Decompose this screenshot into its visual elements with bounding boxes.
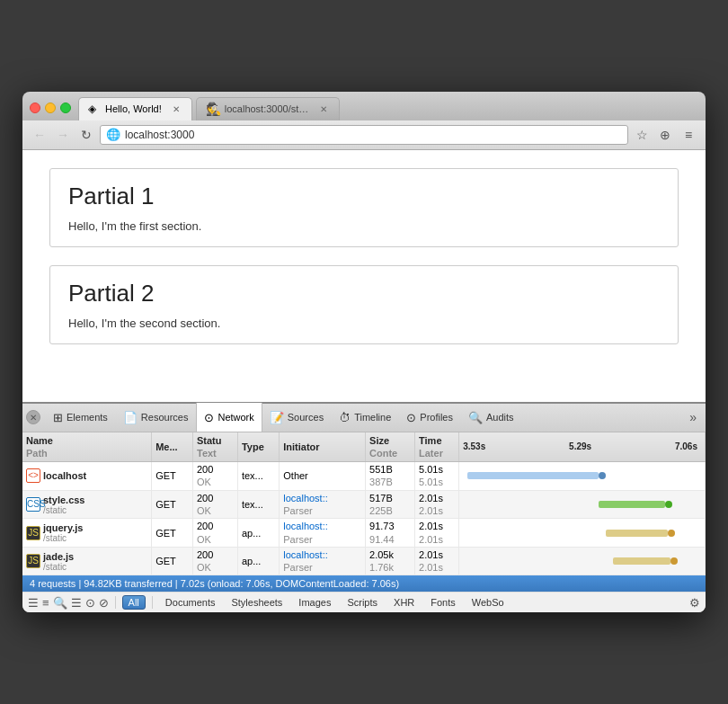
- title-bar: ◈ Hello, World! ✕ 🕵 localhost:3000/stati…: [22, 92, 706, 120]
- page-content: Partial 1 Hello, I'm the first section. …: [22, 150, 706, 402]
- name-cell-localhost: <> localhost: [22, 462, 152, 491]
- initiator-link-jquery[interactable]: localhost::: [283, 521, 328, 531]
- col-header-method[interactable]: Me...: [152, 432, 193, 462]
- address-bar[interactable]: 🌐 localhost:3000: [100, 125, 628, 145]
- devtools-tab-profiles[interactable]: ⊙ Profiles: [399, 403, 461, 432]
- devtools-more-button[interactable]: »: [684, 410, 702, 424]
- filter-images-button[interactable]: Images: [292, 595, 337, 610]
- devtools-tab-audits[interactable]: 🔍 Audits: [461, 403, 522, 432]
- devtools-tab-network[interactable]: ⊙ Network: [196, 403, 262, 432]
- name-cell-style: CSS style.css /static: [22, 490, 152, 519]
- col-header-status[interactable]: StatuText: [192, 432, 237, 462]
- filter-xhr-button[interactable]: XHR: [387, 595, 421, 610]
- devtools-tab-sources[interactable]: 📝 Sources: [262, 403, 332, 432]
- method-style: GET: [152, 490, 193, 519]
- window-controls: [30, 102, 71, 120]
- browser-window: ◈ Hello, World! ✕ 🕵 localhost:3000/stati…: [22, 92, 706, 613]
- filter-websockets-button[interactable]: WebSo: [466, 595, 510, 610]
- col-header-timeline[interactable]: 3.53s 5.29s 7.06s: [459, 432, 706, 462]
- partial-2-text: Hello, I'm the second section.: [68, 316, 660, 330]
- partial-1-title: Partial 1: [68, 183, 660, 210]
- col-header-size[interactable]: SizeConte: [366, 432, 415, 462]
- timeline-jquery: [459, 519, 706, 548]
- initiator-jquery: localhost::Parser: [280, 519, 366, 548]
- maximize-dot[interactable]: [60, 102, 71, 113]
- devtools-status-bar: 4 requests | 94.82KB transferred | 7.02s…: [22, 575, 706, 592]
- profiles-label: Profiles: [420, 412, 453, 423]
- zoom-button[interactable]: ⊕: [655, 125, 675, 145]
- tabs-row: ◈ Hello, World! ✕ 🕵 localhost:3000/stati…: [78, 97, 698, 120]
- filter-icon-2[interactable]: ≡: [42, 596, 49, 610]
- table-row[interactable]: JS jade.js /static GET 200OK ap...: [22, 547, 706, 575]
- tab-hello-world[interactable]: ◈ Hello, World! ✕: [78, 97, 192, 120]
- minimize-dot[interactable]: [45, 102, 56, 113]
- menu-button[interactable]: ≡: [679, 125, 698, 145]
- address-text: localhost:3000: [125, 129, 194, 141]
- type-localhost: tex...: [237, 462, 279, 491]
- partial-1-text: Hello, I'm the first section.: [68, 219, 660, 233]
- filter-fonts-button[interactable]: Fonts: [424, 595, 462, 610]
- tab-close-1[interactable]: ✕: [170, 102, 182, 115]
- filter-icon-3[interactable]: ☰: [71, 596, 82, 610]
- method-localhost: GET: [152, 462, 193, 491]
- time-style: 2.01s2.01s: [415, 490, 459, 519]
- reload-button[interactable]: ↻: [76, 125, 96, 145]
- table-row[interactable]: JS jquery.js /static GET 200OK ap...: [22, 519, 706, 548]
- table-row[interactable]: <> localhost GET 200OK tex... Other: [22, 462, 706, 491]
- file-icon-js-jquery: JS: [26, 526, 40, 540]
- partial-1-box: Partial 1 Hello, I'm the first section.: [49, 168, 679, 247]
- network-table-container[interactable]: NamePath Me... StatuText Type Initiator …: [22, 432, 706, 576]
- settings-icon[interactable]: ⚙: [689, 596, 700, 610]
- initiator-style: localhost::Parser: [280, 490, 366, 519]
- tab-label-2: localhost:3000/static/jquery: [225, 103, 309, 114]
- size-jquery: 91.7391.44: [366, 519, 415, 548]
- initiator-link-jade[interactable]: localhost::: [283, 549, 328, 560]
- file-icon-html: <>: [26, 468, 40, 483]
- method-jade: GET: [152, 547, 193, 575]
- network-label: Network: [218, 412, 253, 423]
- devtools-close-button[interactable]: ✕: [26, 410, 40, 424]
- initiator-link-style[interactable]: localhost::: [283, 493, 328, 503]
- close-dot[interactable]: [30, 102, 40, 113]
- tab-close-2[interactable]: ✕: [317, 102, 330, 115]
- back-button[interactable]: ←: [30, 125, 49, 145]
- profiles-icon: ⊙: [406, 411, 416, 424]
- audits-label: Audits: [486, 412, 514, 423]
- filter-stylesheets-button[interactable]: Stylesheets: [225, 595, 289, 610]
- filter-icon-1[interactable]: ☰: [28, 596, 39, 610]
- nav-bar: ← → ↻ 🌐 localhost:3000 ☆ ⊕ ≡: [22, 120, 706, 150]
- devtools-toolbar: ✕ ⊞ Elements 📄 Resources ⊙ Network 📝 Sou…: [22, 404, 706, 432]
- time-localhost: 5.01s5.01s: [415, 462, 459, 491]
- filter-icon-search[interactable]: 🔍: [53, 596, 67, 610]
- initiator-localhost: Other: [280, 462, 366, 491]
- type-jquery: ap...: [237, 519, 279, 548]
- filter-icon-record[interactable]: ⊙: [85, 596, 95, 610]
- filter-scripts-button[interactable]: Scripts: [341, 595, 384, 610]
- table-row[interactable]: CSS style.css /static GET 200OK tex...: [22, 490, 706, 519]
- tab-icon-1: ◈: [88, 102, 101, 115]
- type-style: tex...: [237, 490, 279, 519]
- timeline-icon: ⏱: [339, 411, 351, 424]
- col-header-initiator[interactable]: Initiator: [280, 432, 366, 462]
- status-text: 4 requests | 94.82KB transferred | 7.02s…: [30, 578, 399, 589]
- bookmark-button[interactable]: ☆: [632, 125, 652, 145]
- col-header-type[interactable]: Type: [237, 432, 279, 462]
- status-style: 200OK: [192, 490, 237, 519]
- file-icon-css: CSS: [26, 497, 40, 512]
- filter-separator-2: [152, 596, 153, 609]
- status-jade: 200OK: [192, 547, 237, 575]
- devtools-tab-timeline[interactable]: ⏱ Timeline: [332, 403, 399, 432]
- forward-button[interactable]: →: [53, 125, 73, 145]
- path-jade: /static: [43, 562, 74, 572]
- devtools-tab-elements[interactable]: ⊞ Elements: [46, 403, 116, 432]
- filter-documents-button[interactable]: Documents: [159, 595, 222, 610]
- timeline-tick-2: 5.29s: [569, 441, 591, 451]
- col-header-time[interactable]: TimeLater: [415, 432, 459, 462]
- filter-all-button[interactable]: All: [122, 595, 146, 610]
- devtools-panel: ✕ ⊞ Elements 📄 Resources ⊙ Network 📝 Sou…: [22, 402, 706, 613]
- col-header-name[interactable]: NamePath: [22, 432, 152, 462]
- filter-icon-clear[interactable]: ⊘: [99, 596, 109, 610]
- tab-localhost-jquery[interactable]: 🕵 localhost:3000/static/jquery ✕: [196, 97, 340, 120]
- timeline-label: Timeline: [354, 412, 391, 423]
- devtools-tab-resources[interactable]: 📄 Resources: [116, 403, 197, 432]
